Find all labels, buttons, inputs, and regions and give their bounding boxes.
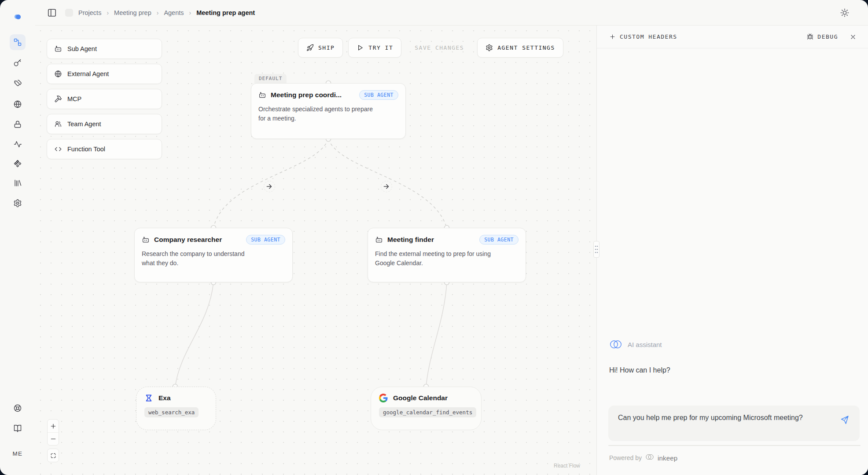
sidebar-item-components-icon[interactable] [10,156,26,172]
assistant-greeting: Hi! How can I help? [609,366,670,374]
palette-label: Function Tool [67,146,105,153]
node-palette: Sub Agent External Agent MCP Team Agent … [47,39,162,159]
rocket-icon [306,44,314,51]
node-title: Meeting prep coordi... [271,91,342,99]
brand-name: inkeep [658,454,677,462]
agent-settings-button[interactable]: AGENT SETTINGS [477,38,563,58]
panel-header: CUSTOM HEADERS DEBUG [597,26,868,48]
tool-chip: web_search_exa [144,407,199,417]
debug-button[interactable]: DEBUG [807,33,838,40]
code-icon [54,145,62,153]
play-icon [357,44,364,51]
palette-external-agent[interactable]: External Agent [47,64,162,84]
custom-headers-button[interactable]: CUSTOM HEADERS [609,33,677,40]
assistant-name: AI assistant [628,341,662,348]
project-color-chip [65,9,73,17]
react-flow-attribution[interactable]: React Flow [554,463,580,469]
inkeep-assistant-icon [609,339,622,350]
docs-book-icon[interactable] [10,421,26,437]
breadcrumb-meeting-prep[interactable]: Meeting prep [114,9,151,16]
node-company-researcher[interactable]: Company researcher SUB AGENT Research th… [134,228,293,282]
tool-title: Exa [158,394,171,402]
node-meeting-prep-coordinator[interactable]: Meeting prep coordi... SUB AGENT Orchest… [251,83,406,139]
flow-canvas[interactable]: Sub Agent External Agent MCP Team Agent … [35,26,596,475]
chat-input-card: Can you help me prep for my upcoming Mic… [608,406,860,441]
node-exa-tool[interactable]: Exa web_search_exa [136,387,216,430]
theme-sun-icon[interactable] [840,8,850,18]
edge-arrow-marker [381,181,392,192]
node-title: Meeting finder [387,236,434,244]
fullscreen-icon [50,453,56,459]
node-meeting-finder[interactable]: Meeting finder SUB AGENT Find the extern… [368,228,526,282]
app-window: ME Projects › Meeting prep › Agents › Me… [0,0,868,475]
debug-label: DEBUG [817,33,838,40]
breadcrumb-separator: › [157,9,159,16]
user-avatar[interactable]: ME [12,450,22,457]
panel-resize-handle[interactable] [593,241,600,258]
bot-icon [375,236,383,244]
breadcrumb-agents[interactable]: Agents [164,9,184,16]
icon-rail: ME [0,0,35,475]
inkeep-logo-icon[interactable] [10,9,26,25]
palette-label: Sub Agent [67,45,97,52]
sub-agent-badge: SUB AGENT [359,90,398,100]
custom-headers-label: CUSTOM HEADERS [620,33,677,40]
node-google-calendar-tool[interactable]: Google Calendar google_calendar_find_eve… [371,387,482,430]
palette-function-tool[interactable]: Function Tool [47,139,162,159]
palette-team-agent[interactable]: Team Agent [47,114,162,134]
sidebar-item-activity-icon[interactable] [10,136,26,152]
bug-icon [807,33,813,40]
tool-title: Google Calendar [393,394,448,402]
assistant-header: AI assistant [609,339,662,350]
edge-arrow-marker [264,181,275,192]
breadcrumb-separator: › [189,9,191,16]
hammer-icon [54,95,62,103]
palette-label: External Agent [67,70,109,77]
ship-button[interactable]: SHIP [298,38,343,58]
sidebar-item-credentials-icon[interactable] [10,117,26,132]
breadcrumb-projects[interactable]: Projects [78,9,101,16]
breadcrumb: Projects › Meeting prep › Agents › Meeti… [65,0,255,26]
zoom-out-button[interactable] [48,432,59,445]
node-title: Company researcher [154,236,222,244]
save-changes-label: SAVE CHANGES [415,44,464,51]
bot-icon [54,45,62,53]
bot-icon [258,91,266,99]
node-description: Research the company to understand what … [142,249,259,268]
canvas-toolbar: SHIP TRY IT SAVE CHANGES AGENT SETTINGS [298,38,563,58]
close-panel-icon[interactable] [850,33,857,40]
bot-icon [142,236,150,244]
help-life-buoy-icon[interactable] [10,400,26,416]
tool-chip: google_calendar_find_events [379,407,476,417]
try-it-panel: CUSTOM HEADERS DEBUG AI assistant Hi! Ho… [596,26,868,475]
zoom-in-button[interactable] [48,420,59,432]
fit-view-button[interactable] [48,449,59,462]
agent-settings-label: AGENT SETTINGS [497,44,555,51]
node-description: Orchestrate specialized agents to prepar… [258,105,375,123]
sub-agent-badge: SUB AGENT [479,235,519,245]
palette-sub-agent[interactable]: Sub Agent [47,39,162,59]
palette-label: Team Agent [67,121,101,128]
powered-by-label: Powered by [609,454,642,461]
chat-divider [608,445,861,446]
sidebar-item-library-icon[interactable] [10,175,26,191]
plus-icon [50,423,56,429]
try-it-button[interactable]: TRY IT [348,38,401,58]
sidebar-item-external-agents-icon[interactable] [10,96,26,112]
header: Projects › Meeting prep › Agents › Meeti… [35,0,868,26]
sidebar-item-api-keys-icon[interactable] [10,55,26,71]
powered-by-row[interactable]: Powered by inkeep [609,453,677,463]
sidebar-item-settings-icon[interactable] [10,195,26,211]
breadcrumb-separator: › [107,9,109,16]
sidebar-item-tags-icon[interactable] [10,76,26,91]
plus-icon [609,33,616,40]
chat-input[interactable]: Can you help me prep for my upcoming Mic… [618,412,803,424]
palette-label: MCP [67,95,81,102]
palette-mcp[interactable]: MCP [47,89,162,109]
minus-icon [50,436,56,442]
send-icon[interactable] [839,415,849,425]
save-changes-button[interactable]: SAVE CHANGES [407,38,472,58]
sidebar-toggle-icon[interactable] [47,8,57,18]
ship-label: SHIP [318,44,335,51]
sidebar-item-agents-graph-icon[interactable] [10,34,26,50]
